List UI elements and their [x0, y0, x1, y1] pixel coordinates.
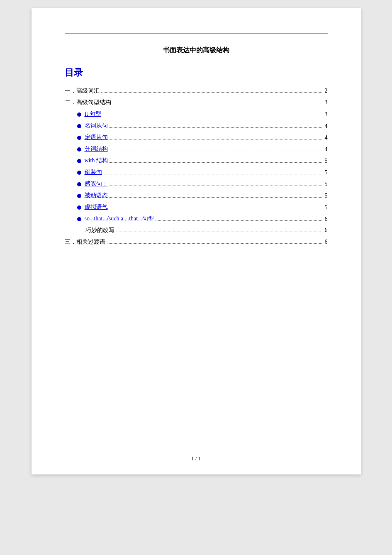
toc-link[interactable]: with 结构: [85, 157, 108, 164]
toc-label[interactable]: so...that.../such a ...that...句型: [77, 215, 154, 222]
toc-dots: [107, 243, 323, 245]
toc-page: 5: [325, 193, 328, 199]
bullet-icon: [77, 112, 81, 117]
bullet-icon: [77, 147, 81, 152]
bullet-icon: [77, 205, 81, 210]
toc-entry-sec2-6: 倒装句5: [65, 169, 328, 176]
toc-entry-sec2-8: 被动语态5: [65, 192, 328, 199]
toc-dots: [116, 232, 323, 233]
toc-label[interactable]: 虚拟语气: [77, 203, 108, 211]
toc-container: 一．高级词汇2二．高级句型结构3It 句型3名词从句4定语从句4分词结构4wit…: [65, 87, 328, 246]
bullet-icon: [77, 194, 81, 198]
toc-page: 6: [325, 216, 328, 222]
toc-entry-sec2-5: with 结构5: [65, 157, 328, 164]
toc-entry-sec3: 三．相关过渡语6: [65, 238, 328, 246]
toc-label: 巧妙的改写: [85, 227, 114, 234]
toc-dots: [101, 92, 323, 94]
toc-page: 4: [325, 123, 328, 130]
toc-dots: [110, 162, 323, 164]
toc-entry-sec2-4: 分词结构4: [65, 145, 328, 153]
toc-entry-sec2-2: 名词从句4: [65, 122, 328, 130]
toc-label[interactable]: 被动语态: [77, 192, 108, 199]
toc-entry-sec2-10: so...that.../such a ...that...句型6: [65, 215, 328, 222]
bullet-icon: [77, 171, 81, 175]
toc-link[interactable]: It 句型: [85, 110, 101, 118]
bullet-icon: [77, 182, 81, 186]
bullet-icon: [77, 159, 81, 163]
top-divider: [65, 33, 328, 34]
toc-page: 3: [325, 111, 328, 118]
toc-dots: [110, 139, 323, 141]
toc-label: 二．高级句型结构: [65, 99, 111, 106]
toc-page: 6: [325, 239, 328, 245]
toc-link[interactable]: so...that.../such a ...that...句型: [85, 215, 154, 222]
toc-entry-sec2-1: It 句型3: [65, 110, 328, 118]
bullet-icon: [77, 217, 81, 221]
toc-link[interactable]: 被动语态: [85, 192, 108, 199]
toc-link[interactable]: 定语从句: [85, 134, 108, 141]
toc-heading: 目录: [65, 66, 328, 79]
toc-entry-sec1: 一．高级词汇2: [65, 87, 328, 95]
bullet-icon: [77, 136, 81, 140]
toc-label[interactable]: 名词从句: [77, 122, 108, 130]
toc-dots: [110, 209, 323, 210]
toc-label[interactable]: 感叹句：: [77, 180, 108, 188]
toc-label: 一．高级词汇: [65, 87, 100, 95]
bullet-icon: [77, 124, 81, 128]
toc-entry-sec2-9: 虚拟语气5: [65, 203, 328, 211]
toc-dots: [113, 104, 323, 105]
toc-label[interactable]: 分词结构: [77, 145, 108, 153]
toc-entry-sec2-7: 感叹句：5: [65, 180, 328, 188]
toc-dots: [103, 116, 323, 117]
toc-page: 5: [325, 181, 328, 188]
toc-label[interactable]: It 句型: [77, 110, 101, 118]
document-page: 书面表达中的高级结构 目录 一．高级词汇2二．高级句型结构3It 句型3名词从句…: [32, 8, 361, 474]
toc-label[interactable]: 倒装句: [77, 169, 102, 176]
toc-entry-sec2-3: 定语从句4: [65, 134, 328, 141]
toc-page: 4: [325, 134, 328, 141]
toc-label: 三．相关过渡语: [65, 238, 105, 246]
toc-entry-sec2-sub: 巧妙的改写6: [65, 227, 328, 234]
toc-link[interactable]: 名词从句: [85, 122, 108, 130]
toc-page: 6: [325, 227, 328, 234]
toc-link[interactable]: 倒装句: [85, 169, 102, 176]
page-footer: 1 / 1: [32, 455, 361, 462]
toc-dots: [110, 127, 323, 129]
toc-page: 5: [325, 158, 328, 164]
toc-dots: [110, 197, 323, 199]
toc-label[interactable]: with 结构: [77, 157, 108, 164]
toc-page: 2: [325, 88, 328, 94]
toc-dots: [156, 220, 323, 222]
toc-link[interactable]: 虚拟语气: [85, 203, 108, 211]
toc-page: 4: [325, 146, 328, 153]
toc-dots: [104, 174, 323, 176]
toc-entry-sec2: 二．高级句型结构3: [65, 99, 328, 106]
toc-dots: [110, 151, 323, 152]
toc-link[interactable]: 分词结构: [85, 145, 108, 153]
toc-text: 巧妙的改写: [85, 227, 114, 234]
document-title: 书面表达中的高级结构: [65, 46, 328, 55]
toc-page: 5: [325, 204, 328, 211]
toc-page: 3: [325, 99, 328, 106]
toc-page: 5: [325, 169, 328, 176]
toc-dots: [110, 186, 323, 187]
toc-label[interactable]: 定语从句: [77, 134, 108, 141]
toc-link[interactable]: 感叹句：: [85, 180, 108, 188]
